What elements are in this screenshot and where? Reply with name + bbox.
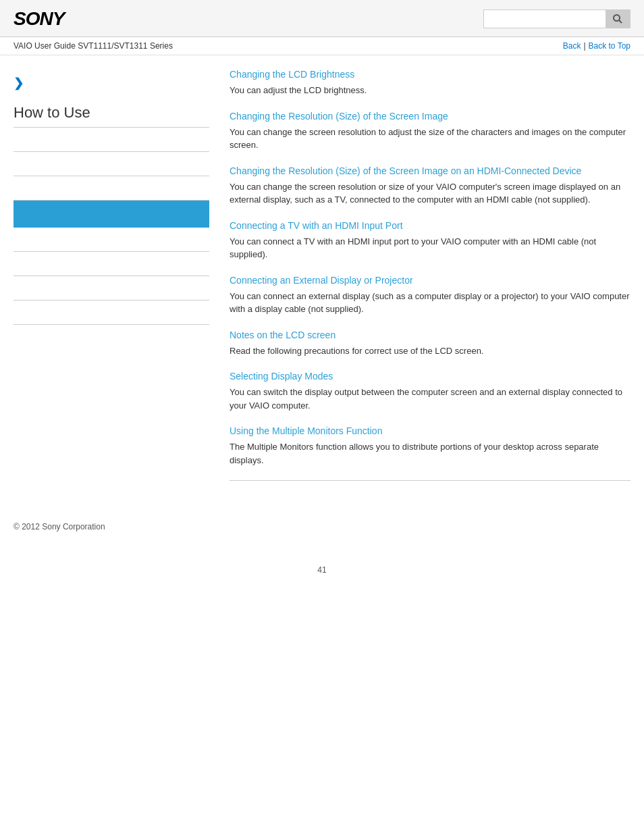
back-to-top-link[interactable]: Back to Top [589,41,630,51]
nav-links: Back | Back to Top [563,41,630,51]
sidebar: ❯ How to Use [14,69,223,494]
section-2: Changing the Resolution (Size) of the Sc… [230,165,630,207]
search-button[interactable] [606,10,630,28]
section-title-3[interactable]: Connecting a TV with an HDMI Input Port [230,220,630,231]
main-content: ❯ How to Use [0,55,644,508]
sidebar-items [14,128,209,325]
sidebar-item-6[interactable] [14,276,209,301]
nav-separator: | [583,41,585,51]
footer: © 2012 Sony Corporation [0,508,644,538]
search-container [483,9,630,28]
sidebar-item-0[interactable] [14,128,209,152]
search-box [483,9,630,28]
section-body-7: The Multiple Monitors function allows yo… [230,440,630,467]
section-title-7[interactable]: Using the Multiple Monitors Function [230,425,630,436]
sony-logo: SONY [14,8,64,30]
sidebar-item-2[interactable] [14,176,209,201]
section-body-5: Read the following precautions for corre… [230,344,630,358]
section-title-0[interactable]: Changing the LCD Brightness [230,69,630,80]
page-number: 41 [0,565,644,575]
section-6: Selecting Display Modes You can switch t… [230,371,630,412]
header: SONY [0,0,644,37]
sidebar-item-4[interactable] [14,228,209,252]
copyright-text: © 2012 Sony Corporation [14,522,105,531]
section-body-1: You can change the screen resolution to … [230,126,630,152]
section-title-2[interactable]: Changing the Resolution (Size) of the Sc… [230,165,630,176]
section-4: Connecting an External Display or Projec… [230,275,630,316]
section-body-4: You can connect an external display (suc… [230,290,630,316]
svg-line-1 [619,20,622,23]
content-area: Changing the LCD Brightness You can adju… [223,69,630,494]
content-divider [230,480,630,481]
nav-bar: VAIO User Guide SVT1111/SVT1311 Series B… [0,37,644,55]
sidebar-item-1[interactable] [14,152,209,176]
section-body-6: You can switch the display output betwee… [230,386,630,412]
section-5: Notes on the LCD screen Read the followi… [230,330,630,358]
sidebar-item-5[interactable] [14,252,209,276]
back-link[interactable]: Back [563,41,581,51]
section-0: Changing the LCD Brightness You can adju… [230,69,630,97]
section-title-6[interactable]: Selecting Display Modes [230,371,630,382]
section-title-4[interactable]: Connecting an External Display or Projec… [230,275,630,286]
sidebar-title: How to Use [14,104,209,128]
search-icon [612,14,623,24]
guide-title: VAIO User Guide SVT1111/SVT1311 Series [14,41,173,51]
sidebar-item-3[interactable] [14,201,209,228]
svg-point-0 [614,15,620,21]
section-1: Changing the Resolution (Size) of the Sc… [230,111,630,152]
search-input[interactable] [484,11,606,27]
section-body-2: You can change the screen resolution or … [230,180,630,207]
sidebar-item-7[interactable] [14,301,209,325]
section-title-1[interactable]: Changing the Resolution (Size) of the Sc… [230,111,630,122]
section-7: Using the Multiple Monitors Function The… [230,425,630,467]
section-title-5[interactable]: Notes on the LCD screen [230,330,630,340]
section-body-0: You can adjust the LCD brightness. [230,84,630,97]
section-body-3: You can connect a TV with an HDMI input … [230,235,630,261]
sidebar-chevron[interactable]: ❯ [14,76,209,90]
section-3: Connecting a TV with an HDMI Input Port … [230,220,630,261]
